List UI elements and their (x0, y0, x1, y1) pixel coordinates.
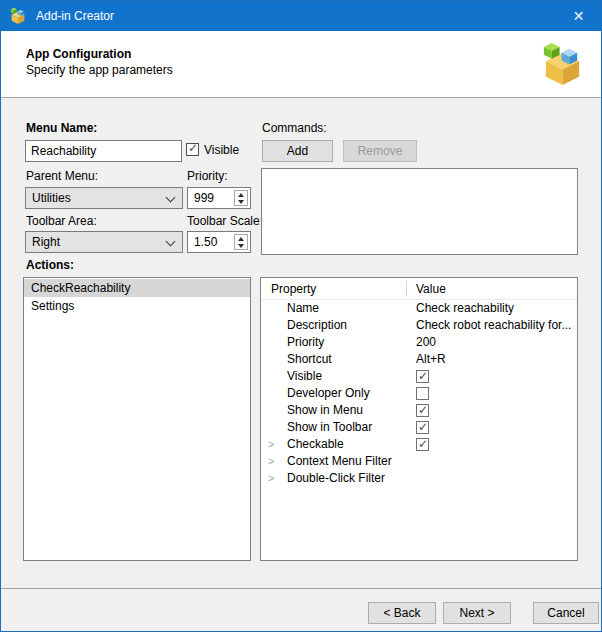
property-grid-rows: NameCheck reachabilityDescriptionCheck r… (261, 300, 577, 487)
spinner-down-icon (238, 200, 244, 204)
property-value (416, 402, 575, 420)
property-name: Double-Click Filter (287, 470, 385, 487)
priority-label: Priority: (187, 169, 228, 183)
close-button[interactable]: ✕ (556, 1, 601, 31)
property-name: Name (287, 300, 319, 317)
property-grid[interactable]: Property Value NameCheck reachabilityDes… (260, 277, 578, 561)
property-value[interactable]: 200 (416, 334, 575, 351)
toolbar-scale-value: 1.50 (194, 235, 217, 249)
spinner-buttons[interactable] (234, 234, 248, 250)
page-title: App Configuration (26, 47, 131, 61)
page-subtitle: Specify the app parameters (26, 63, 173, 77)
spinner-down-button[interactable] (235, 198, 247, 205)
actions-listbox[interactable]: CheckReachabilitySettings (23, 277, 251, 561)
spinner-up-button[interactable] (235, 235, 247, 242)
app-cubes-icon (9, 7, 27, 25)
toolbar-area-combobox[interactable]: Right (25, 231, 183, 253)
wizard-header: App Configuration Specify the app parame… (1, 31, 601, 98)
property-row[interactable]: >Context Menu Filter (261, 453, 577, 470)
property-row[interactable]: Visible (261, 368, 577, 385)
toolbar-scale-label: Toolbar Scale: (187, 214, 263, 228)
next-button[interactable]: Next > (443, 602, 511, 624)
close-icon: ✕ (573, 8, 585, 24)
property-name: Show in Toolbar (287, 419, 372, 436)
commands-listbox[interactable] (261, 168, 578, 255)
visible-checkbox[interactable] (186, 143, 199, 156)
property-name: Shortcut (287, 351, 332, 368)
remove-command-button[interactable]: Remove (343, 140, 417, 162)
property-name: Description (287, 317, 347, 334)
toolbar-area-label: Toolbar Area: (26, 214, 97, 228)
property-row[interactable]: >Double-Click Filter (261, 470, 577, 487)
property-name: Show in Menu (287, 402, 363, 419)
actions-list-item[interactable]: Settings (24, 297, 250, 315)
checkbox-checked-icon[interactable] (416, 370, 429, 383)
property-value (416, 385, 575, 403)
property-row[interactable]: Developer Only (261, 385, 577, 402)
toolbar-scale-spinner[interactable]: 1.50 (187, 231, 251, 253)
parent-menu-combobox[interactable]: Utilities (25, 187, 183, 209)
property-name: Developer Only (287, 385, 370, 402)
priority-value: 999 (194, 191, 214, 205)
checkbox-checked-icon[interactable] (416, 404, 429, 417)
property-name: Visible (287, 368, 322, 385)
parent-menu-value: Utilities (32, 191, 71, 205)
property-row[interactable]: NameCheck reachability (261, 300, 577, 317)
property-row[interactable]: ShortcutAlt+R (261, 351, 577, 368)
expand-chevron-icon[interactable]: > (268, 453, 274, 470)
value-column-header: Value (416, 282, 446, 296)
add-command-button[interactable]: Add (262, 140, 333, 162)
property-row[interactable]: Priority200 (261, 334, 577, 351)
spinner-up-icon (238, 237, 244, 241)
commands-label: Commands: (262, 121, 327, 135)
addin-cubes-icon (539, 41, 586, 88)
property-column-header: Property (271, 282, 316, 296)
property-name: Context Menu Filter (287, 453, 392, 470)
window-title: Add-in Creator (36, 9, 114, 23)
spinner-buttons[interactable] (234, 190, 248, 206)
footer: < Back Next > Cancel (1, 588, 601, 631)
property-value[interactable]: Check robot reachability for... (416, 317, 575, 334)
property-value[interactable]: Alt+R (416, 351, 575, 368)
property-name: Priority (287, 334, 324, 351)
property-name: Checkable (287, 436, 344, 453)
expand-chevron-icon[interactable]: > (268, 470, 274, 487)
priority-spinner[interactable]: 999 (187, 187, 251, 209)
actions-label: Actions: (26, 258, 74, 272)
property-grid-header: Property Value (261, 278, 577, 300)
property-value (416, 368, 575, 386)
toolbar-area-value: Right (32, 235, 60, 249)
property-row[interactable]: Show in Toolbar (261, 419, 577, 436)
actions-list-item[interactable]: CheckReachability (24, 279, 250, 297)
property-row[interactable]: Show in Menu (261, 402, 577, 419)
titlebar[interactable]: Add-in Creator ✕ (1, 1, 601, 31)
checkbox-checked-icon[interactable] (416, 421, 429, 434)
menu-name-label: Menu Name: (26, 121, 97, 135)
checkbox-checked-icon[interactable] (416, 438, 429, 451)
property-row[interactable]: DescriptionCheck robot reachability for.… (261, 317, 577, 334)
menu-name-input[interactable] (25, 140, 182, 162)
checkbox-unchecked-icon[interactable] (416, 387, 429, 400)
property-value (416, 419, 575, 437)
property-value[interactable]: Check reachability (416, 300, 575, 317)
spinner-up-icon (238, 193, 244, 197)
chevron-down-icon (166, 237, 176, 247)
spinner-up-button[interactable] (235, 191, 247, 198)
property-value (416, 436, 575, 454)
visible-checkbox-label: Visible (204, 143, 239, 157)
spinner-down-button[interactable] (235, 242, 247, 249)
expand-chevron-icon[interactable]: > (268, 436, 274, 453)
addin-creator-window: Add-in Creator ✕ App Configuration Speci… (0, 0, 602, 632)
chevron-down-icon (166, 193, 176, 203)
spinner-down-icon (238, 244, 244, 248)
back-button[interactable]: < Back (368, 602, 436, 624)
parent-menu-label: Parent Menu: (26, 169, 98, 183)
property-row[interactable]: >Checkable (261, 436, 577, 453)
cancel-button[interactable]: Cancel (533, 602, 599, 624)
